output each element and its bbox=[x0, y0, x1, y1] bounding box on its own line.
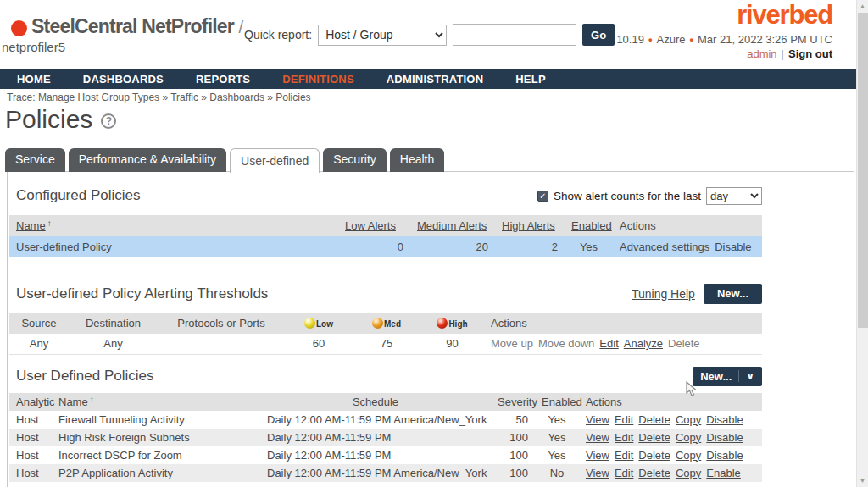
enabled-cell: Yes bbox=[535, 429, 579, 446]
nav-item-reports[interactable]: REPORTS bbox=[196, 73, 250, 86]
new-policy-split-button[interactable]: New... ∨ bbox=[693, 367, 762, 386]
thresholds-header-row: Source Destination Protocols or Ports Lo… bbox=[9, 313, 762, 334]
analyze-link[interactable]: Analyze bbox=[624, 337, 663, 350]
view-link[interactable]: View bbox=[586, 467, 609, 479]
nav-item-administration[interactable]: ADMINISTRATION bbox=[387, 73, 484, 86]
alert-count-filter: ✓ Show alert counts for the last day bbox=[537, 187, 762, 205]
column-header-enabled[interactable]: Enabled bbox=[542, 396, 582, 408]
quick-report-label: Quick report: bbox=[244, 28, 312, 42]
bullet-icon: • bbox=[689, 33, 693, 46]
nav-item-dashboards[interactable]: DASHBOARDS bbox=[83, 73, 164, 86]
source-cell: Any bbox=[9, 334, 69, 354]
user-session: admin|Sign out bbox=[747, 47, 832, 60]
app-header: SteelCentral NetProfiler / netprofiler5 … bbox=[0, 0, 856, 69]
delete-link[interactable]: Delete bbox=[638, 449, 670, 462]
edit-link[interactable]: Edit bbox=[615, 413, 633, 426]
policy-name-cell: P2P Application Activity bbox=[52, 464, 260, 482]
tab-security[interactable]: Security bbox=[323, 148, 387, 172]
copy-link[interactable]: Copy bbox=[676, 449, 701, 462]
page-title: Policies bbox=[5, 105, 92, 134]
enabled-cell: Yes bbox=[535, 446, 579, 464]
medium-alerts-cell: 20 bbox=[410, 236, 495, 257]
policy-name-cell: User-defined Policy bbox=[9, 236, 338, 257]
chevron-down-icon[interactable]: ∨ bbox=[746, 370, 754, 382]
disable-link[interactable]: Disable bbox=[706, 449, 743, 462]
schedule-cell: Daily 12:00 AM-11:59 PM America/New_York bbox=[260, 411, 491, 429]
disable-link[interactable]: Disable bbox=[706, 413, 743, 426]
copy-link[interactable]: Copy bbox=[676, 413, 701, 426]
column-header-destination: Destination bbox=[86, 317, 141, 329]
schedule-cell: Daily 12:00 AM-11:59 PM America/New_York bbox=[260, 464, 491, 482]
nav-item-definitions[interactable]: DEFINITIONS bbox=[282, 73, 354, 86]
copy-link[interactable]: Copy bbox=[676, 431, 701, 444]
tab-health[interactable]: Health bbox=[390, 148, 444, 172]
disable-link[interactable]: Disable bbox=[715, 241, 751, 253]
delete-link[interactable]: Delete bbox=[638, 467, 670, 479]
column-header-severity[interactable]: Severity bbox=[498, 396, 537, 408]
help-icon[interactable]: ? bbox=[101, 113, 116, 129]
vertical-scrollbar[interactable]: ▲ ▼ bbox=[856, 0, 868, 487]
policy-row-high-risk-subnets: Host High Risk Foreign Subnets Daily 12:… bbox=[9, 429, 762, 446]
nav-item-home[interactable]: HOME bbox=[17, 73, 51, 86]
go-button[interactable]: Go bbox=[582, 24, 615, 46]
view-link[interactable]: View bbox=[586, 413, 609, 426]
quick-report-group: Quick report: Host / Group Go bbox=[244, 24, 615, 46]
med-severity-icon bbox=[372, 318, 383, 329]
policy-name-cell: Incorrect DSCP for Zoom bbox=[52, 446, 260, 464]
column-header-high-alerts[interactable]: High Alerts bbox=[502, 219, 555, 232]
mouse-cursor-icon bbox=[685, 381, 699, 400]
edit-link[interactable]: Edit bbox=[599, 337, 618, 350]
low-threshold-cell: 60 bbox=[285, 334, 353, 354]
alert-period-select[interactable]: day bbox=[706, 187, 762, 205]
sort-asc-icon: ↑ bbox=[90, 395, 94, 404]
show-alert-counts-label: Show alert counts for the last bbox=[554, 190, 701, 202]
column-header-enabled[interactable]: Enabled bbox=[571, 219, 612, 232]
tab-user-defined[interactable]: User-defined bbox=[230, 148, 320, 173]
edit-link[interactable]: Edit bbox=[615, 449, 633, 462]
scrollbar-thumb[interactable] bbox=[858, 13, 868, 328]
delete-link[interactable]: Delete bbox=[638, 431, 670, 444]
configured-policy-row[interactable]: User-defined Policy 0 20 2 Yes Advanced … bbox=[9, 236, 762, 257]
nav-item-help[interactable]: HELP bbox=[515, 73, 545, 86]
column-header-low-alerts[interactable]: Low Alerts bbox=[345, 219, 396, 232]
tab-service[interactable]: Service bbox=[5, 148, 65, 172]
show-alert-counts-checkbox[interactable]: ✓ bbox=[537, 191, 548, 202]
configured-policies-header-bar: Configured Policies ✓ Show alert counts … bbox=[9, 186, 762, 205]
high-threshold-cell: 90 bbox=[420, 334, 484, 354]
product-title: SteelCentral NetProfiler / bbox=[31, 15, 242, 38]
column-header-medium-alerts[interactable]: Medium Alerts bbox=[417, 219, 487, 232]
column-header-actions: Actions bbox=[620, 219, 656, 232]
delete-link[interactable]: Delete bbox=[638, 413, 670, 426]
advanced-settings-link[interactable]: Advanced settings bbox=[620, 241, 709, 253]
divider: | bbox=[782, 47, 784, 60]
product-slash: / bbox=[239, 18, 243, 36]
quick-report-search-input[interactable] bbox=[453, 24, 576, 46]
enable-link[interactable]: Enable bbox=[706, 467, 740, 479]
column-header-analytic[interactable]: Analytic bbox=[16, 396, 55, 408]
view-link[interactable]: View bbox=[586, 431, 609, 444]
edit-link[interactable]: Edit bbox=[615, 467, 633, 479]
column-header-name[interactable]: Name bbox=[58, 396, 88, 408]
quick-report-select[interactable]: Host / Group bbox=[318, 25, 447, 46]
severity-cell: 50 bbox=[491, 411, 535, 429]
enabled-cell: No bbox=[535, 464, 579, 482]
policy-tabs: Service Performance & Availability User-… bbox=[5, 147, 444, 172]
disable-link[interactable]: Disable bbox=[706, 431, 743, 444]
view-link[interactable]: View bbox=[586, 449, 609, 462]
user-defined-policies-table: Analytic Name↑ Schedule Severity Enabled… bbox=[9, 393, 762, 482]
new-threshold-button[interactable]: New... bbox=[704, 284, 762, 304]
tuning-help-link[interactable]: Tuning Help bbox=[632, 287, 695, 301]
column-header-name[interactable]: Name bbox=[16, 219, 46, 232]
scroll-up-icon[interactable]: ▲ bbox=[857, 3, 868, 10]
sign-out-link[interactable]: Sign out bbox=[788, 47, 832, 60]
copy-link[interactable]: Copy bbox=[676, 467, 701, 479]
admin-user-link[interactable]: admin bbox=[747, 47, 776, 60]
tab-performance-availability[interactable]: Performance & Availability bbox=[69, 148, 226, 172]
severity-cell: 100 bbox=[491, 429, 535, 446]
scroll-down-icon[interactable]: ▼ bbox=[857, 477, 868, 484]
enabled-cell: Yes bbox=[535, 411, 579, 429]
edit-link[interactable]: Edit bbox=[615, 431, 633, 444]
analytic-cell: Host bbox=[9, 411, 52, 429]
enabled-cell: Yes bbox=[565, 236, 613, 257]
user-defined-policies-heading: User Defined Policies bbox=[16, 368, 154, 385]
